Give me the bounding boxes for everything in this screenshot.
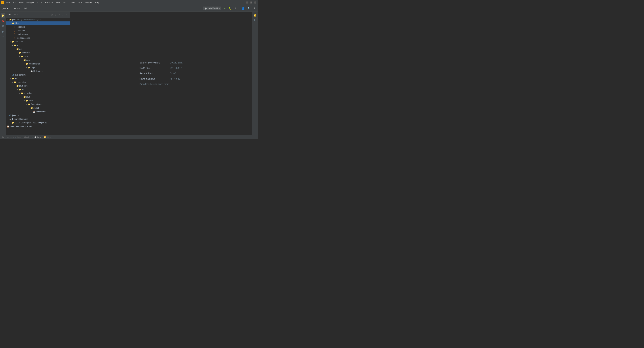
tree-item-core[interactable]: ▾ 📁 core xyxy=(6,58,70,62)
menu-refactor[interactable]: Refactor xyxy=(44,1,54,4)
collapse-all-button[interactable]: ⊞ xyxy=(50,13,53,16)
welcome-row-nav-bar[interactable]: Navigation Bar Alt+Home xyxy=(140,77,182,80)
tree-item-modules-xml[interactable]: ⟨/⟩ modules.xml xyxy=(6,32,70,36)
tree-item-idea[interactable]: ▾ 📂 .idea xyxy=(6,21,70,25)
tree-item-object-out[interactable]: ▾ 📁 object xyxy=(6,106,70,110)
tree-item-net-out[interactable]: ▾ 📁 net xyxy=(6,88,70,91)
tree-item-java-pkg[interactable]: ▾ 📁 java xyxy=(6,55,70,58)
status-bar: D: › projects › java › ittimeline › ☕ ja… xyxy=(0,135,258,139)
tree-item-jdk21[interactable]: › 📁 < 21 > C:\Program Files\Java\jdk-21 xyxy=(6,121,70,125)
idea-breadcrumb-icon: 📂 xyxy=(44,136,46,138)
menu-build[interactable]: Build xyxy=(54,1,62,4)
settings-button[interactable]: ⚙ xyxy=(253,6,256,10)
folder-icon-net: 📁 xyxy=(16,48,19,50)
notifications-icon[interactable]: 🔔 xyxy=(253,13,257,17)
tree-label-ittimeline: ittimeline xyxy=(22,52,30,54)
nav-bar-shortcut: Alt+Home xyxy=(170,77,180,80)
menu-tools[interactable]: Tools xyxy=(69,1,76,4)
tree-label-foundational: foundational xyxy=(29,63,40,65)
status-projects[interactable]: projects xyxy=(7,136,14,138)
welcome-row-recent-files[interactable]: Recent Files Ctrl+E xyxy=(140,72,182,75)
tree-item-core-out[interactable]: ▾ 📁 core xyxy=(6,99,70,103)
tree-item-helloworld-out[interactable]: ☕ HelloWorld xyxy=(6,110,70,114)
tree-item-net[interactable]: ▾ 📁 net xyxy=(6,47,70,51)
menu-navigate[interactable]: Navigate xyxy=(25,1,36,4)
vcs-selector[interactable]: Version control ▾ xyxy=(12,7,30,10)
status-idea[interactable]: 📂 .idea xyxy=(43,136,52,138)
menu-file[interactable]: File xyxy=(5,1,11,4)
expand-all-button[interactable]: ⊟ xyxy=(54,13,57,16)
tree-item-java-out[interactable]: ▾ 📁 java xyxy=(6,95,70,99)
menu-window[interactable]: Window xyxy=(84,1,94,4)
folder-icon-core: 📁 xyxy=(23,59,26,61)
tree-arrow-external-libs: ▾ xyxy=(7,118,9,120)
toolbar-separator-1 xyxy=(11,7,11,10)
menu-view[interactable]: View xyxy=(18,1,25,4)
tree-item-ittimeline[interactable]: ▾ 📁 ittimeline xyxy=(6,51,70,55)
menu-edit[interactable]: Edit xyxy=(11,1,18,4)
minimize-panel-button[interactable]: − xyxy=(65,13,68,16)
status-java-breadcrumb[interactable]: ☕ java xyxy=(34,136,42,138)
close-panel-button[interactable]: × xyxy=(58,13,60,16)
status-ittimeline[interactable]: ittimeline xyxy=(23,136,32,138)
tree-item-java-root[interactable]: ▾ 📁 java D:\projects\java\ittimeline\jav… xyxy=(6,18,70,21)
run-button[interactable]: ▶ xyxy=(223,6,226,10)
tree-item-object[interactable]: ▾ 📁 object xyxy=(6,66,70,69)
tree-arrow-java-core-out: ▾ xyxy=(14,85,16,87)
tree-item-ittimeline-out[interactable]: ▾ 📁 ittimeline xyxy=(6,91,70,95)
app-icon: J xyxy=(1,1,4,4)
activity-project-icon[interactable]: 📁 xyxy=(1,13,5,18)
tree-item-production[interactable]: ▾ 📁 production xyxy=(6,80,70,84)
status-drive[interactable]: D: xyxy=(2,136,5,138)
more-actions-button[interactable]: ⋮ xyxy=(234,6,238,10)
tree-label-jdk21: < 21 > C:\Program Files\Java\jdk-21 xyxy=(14,122,47,124)
tree-item-java-core[interactable]: ▾ 📁 java-core xyxy=(6,40,70,43)
maximize-button[interactable]: □ xyxy=(250,1,252,4)
tree-item-external-libs[interactable]: ▾ 🗂 External Libraries xyxy=(6,117,70,121)
close-button[interactable]: × xyxy=(254,1,256,4)
activity-structure-icon[interactable]: ⚙ xyxy=(1,24,5,28)
activity-more-icon[interactable]: ••• xyxy=(1,34,5,39)
file-icon-java-iml: ⟨/⟩ xyxy=(9,114,12,117)
run-configuration[interactable]: ☕ HelloWorld ▾ xyxy=(203,6,221,10)
menu-help[interactable]: Help xyxy=(94,1,100,4)
menu-vcs[interactable]: VCS xyxy=(76,1,83,4)
search-everywhere-button[interactable]: 🔍 xyxy=(247,6,251,10)
activity-bookmarks-icon[interactable]: 🔖 xyxy=(1,18,5,23)
tree-label-production: production xyxy=(17,81,26,83)
folder-icon-object: 📁 xyxy=(28,66,30,69)
project-selector[interactable]: java ▾ xyxy=(1,7,10,10)
welcome-row-goto-file[interactable]: Go to File Ctrl+Shift+N xyxy=(140,67,182,69)
tree-item-java-iml[interactable]: ⟨/⟩ java.iml xyxy=(6,114,70,117)
tree-item-helloworld-src[interactable]: ☕ HelloWorld xyxy=(6,69,70,73)
menu-run[interactable]: Run xyxy=(62,1,68,4)
tree-label-java-core-out: java-core xyxy=(19,85,28,87)
tree-arrow-net: ▾ xyxy=(14,48,16,50)
tree-item-foundational[interactable]: ▾ 📁 foundational xyxy=(6,62,70,66)
tree-item-misc-xml[interactable]: ⟨/⟩ misc.xml xyxy=(6,29,70,32)
tree-label-scratches: Scratches and Consoles xyxy=(10,125,32,128)
tree-arrow-src: ▾ xyxy=(12,44,14,46)
tree-item-src[interactable]: ▾ 📁 src xyxy=(6,43,70,47)
gear-icon[interactable]: ⋮ xyxy=(61,13,64,16)
profile-button[interactable]: 👤 xyxy=(241,6,245,10)
status-ittimeline-label: ittimeline xyxy=(24,136,31,138)
tree-item-foundational-out[interactable]: ▾ 📁 foundational xyxy=(6,103,70,106)
activity-run-icon[interactable]: ▶ xyxy=(1,29,5,34)
debug-button[interactable]: 🐛 xyxy=(228,6,232,10)
tree-item-gitignore[interactable]: ⟨/⟩ .gitignore xyxy=(6,25,70,29)
tree-item-java-core-out[interactable]: ▾ 📁 java-core xyxy=(6,84,70,88)
tree-arrow-production: ▾ xyxy=(12,81,14,83)
tree-item-out[interactable]: ▾ 📁 out xyxy=(6,77,70,80)
status-arrow-5: › xyxy=(42,136,42,138)
tree-item-scratches[interactable]: 📋 Scratches and Consoles xyxy=(6,125,70,128)
welcome-row-search[interactable]: Search Everywhere Double Shift xyxy=(140,61,182,64)
tree-item-workspace-xml[interactable]: ⟨/⟩ workspace.xml xyxy=(6,36,70,40)
tree-arrow-object: ▾ xyxy=(26,66,28,69)
menu-code[interactable]: Code xyxy=(36,1,44,4)
minimize-button[interactable]: − xyxy=(246,1,248,4)
tree-item-java-core-iml[interactable]: ⟨/⟩ java-core.iml xyxy=(6,73,70,77)
database-icon[interactable]: 🗄 xyxy=(253,18,257,22)
status-arrow-2: › xyxy=(15,136,16,138)
status-java[interactable]: java xyxy=(16,136,21,138)
